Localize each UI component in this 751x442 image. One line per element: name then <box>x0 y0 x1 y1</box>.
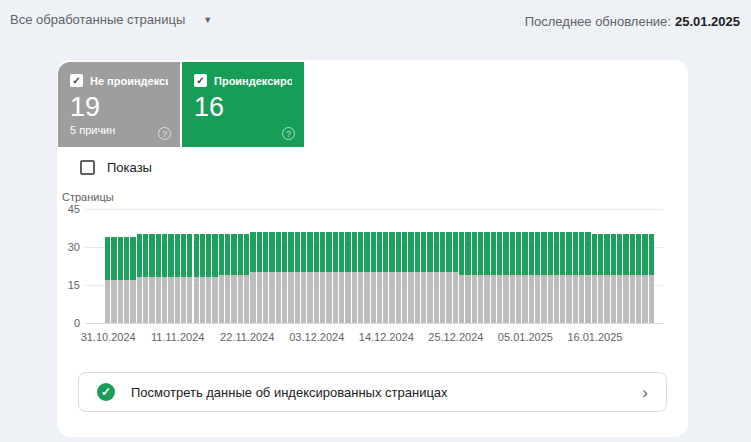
tile-indexed[interactable]: ✓ Проиндексирова... 16 ? <box>182 62 304 147</box>
stacked-bar[interactable] <box>105 237 110 323</box>
stacked-bar[interactable] <box>320 232 325 323</box>
stacked-bar[interactable] <box>307 232 312 323</box>
checkbox-unchecked-icon[interactable] <box>80 160 95 175</box>
stacked-bar[interactable] <box>301 232 306 323</box>
stacked-bar[interactable] <box>510 232 515 323</box>
stacked-bar[interactable] <box>522 232 527 323</box>
stacked-bar[interactable] <box>156 234 161 323</box>
stacked-bar[interactable] <box>573 232 578 323</box>
stacked-bar[interactable] <box>396 232 401 323</box>
stacked-bar[interactable] <box>377 232 382 323</box>
stacked-bar[interactable] <box>383 232 388 323</box>
stacked-bar[interactable] <box>257 232 262 323</box>
stacked-bar[interactable] <box>421 232 426 323</box>
help-icon[interactable]: ? <box>158 127 171 140</box>
stacked-bar[interactable] <box>427 232 432 323</box>
stacked-bar[interactable] <box>459 232 464 323</box>
stacked-bar[interactable] <box>604 234 609 323</box>
stacked-bar[interactable] <box>579 232 584 323</box>
stacked-bar[interactable] <box>503 232 508 323</box>
stacked-bar[interactable] <box>535 232 540 323</box>
stacked-bar[interactable] <box>649 234 654 323</box>
stacked-bar[interactable] <box>465 232 470 323</box>
stacked-bar[interactable] <box>389 232 394 323</box>
stacked-bar[interactable] <box>623 234 628 323</box>
bar-not-indexed-segment <box>510 275 515 323</box>
stacked-bar[interactable] <box>636 234 641 323</box>
stacked-bar[interactable] <box>314 232 319 323</box>
stacked-bar[interactable] <box>358 232 363 323</box>
stacked-bar[interactable] <box>333 232 338 323</box>
checkbox-checked-icon[interactable]: ✓ <box>70 74 83 87</box>
stacked-bar[interactable] <box>282 232 287 323</box>
stacked-bar[interactable] <box>225 234 230 323</box>
stacked-bar[interactable] <box>453 232 458 323</box>
stacked-bar[interactable] <box>276 232 281 323</box>
stacked-bar[interactable] <box>371 232 376 323</box>
stacked-bar[interactable] <box>269 232 274 323</box>
stacked-bar[interactable] <box>484 232 489 323</box>
stacked-bar[interactable] <box>560 232 565 323</box>
stacked-bar[interactable] <box>326 232 331 323</box>
stacked-bar[interactable] <box>352 232 357 323</box>
stacked-bar[interactable] <box>219 234 224 323</box>
stacked-bar[interactable] <box>446 232 451 323</box>
stacked-bar[interactable] <box>212 234 217 323</box>
stacked-bar[interactable] <box>497 232 502 323</box>
stacked-bar[interactable] <box>364 232 369 323</box>
stacked-bar[interactable] <box>598 234 603 323</box>
stacked-bar[interactable] <box>408 232 413 323</box>
stacked-bar[interactable] <box>548 232 553 323</box>
help-icon[interactable]: ? <box>282 127 295 140</box>
stacked-bar[interactable] <box>231 234 236 323</box>
stacked-bar[interactable] <box>194 234 199 323</box>
stacked-bar[interactable] <box>187 234 192 323</box>
checkbox-checked-icon[interactable]: ✓ <box>194 74 207 87</box>
view-indexed-pages-link[interactable]: ✓ Посмотреть данные об индексированных с… <box>78 372 667 412</box>
stacked-bar[interactable] <box>111 237 116 323</box>
stacked-bar[interactable] <box>472 232 477 323</box>
stacked-bar[interactable] <box>611 234 616 323</box>
stacked-bar[interactable] <box>149 234 154 323</box>
stacked-bar[interactable] <box>143 234 148 323</box>
stacked-bar[interactable] <box>541 232 546 323</box>
stacked-bar[interactable] <box>440 232 445 323</box>
bar-not-indexed-segment <box>383 272 388 323</box>
impressions-toggle[interactable]: Показы <box>80 160 152 175</box>
stacked-bar[interactable] <box>554 232 559 323</box>
stacked-bar[interactable] <box>118 237 123 323</box>
stacked-bar[interactable] <box>295 232 300 323</box>
stacked-bar[interactable] <box>617 234 622 323</box>
stacked-bar[interactable] <box>263 232 268 323</box>
pages-filter-dropdown[interactable]: Все обработанные страницы ▼ <box>10 12 212 27</box>
tile-not-indexed[interactable]: ✓ Не проиндексир... 19 5 причин ? <box>58 62 180 147</box>
stacked-bar[interactable] <box>566 232 571 323</box>
stacked-bar[interactable] <box>434 232 439 323</box>
stacked-bar[interactable] <box>585 232 590 323</box>
stacked-bar[interactable] <box>124 237 129 323</box>
stacked-bar[interactable] <box>491 232 496 323</box>
stacked-bar[interactable] <box>402 232 407 323</box>
stacked-bar[interactable] <box>181 234 186 323</box>
stacked-bar[interactable] <box>162 234 167 323</box>
chart-plot-area[interactable] <box>105 209 655 323</box>
stacked-bar[interactable] <box>345 232 350 323</box>
stacked-bar[interactable] <box>130 237 135 323</box>
stacked-bar[interactable] <box>168 234 173 323</box>
stacked-bar[interactable] <box>592 234 597 323</box>
stacked-bar[interactable] <box>516 232 521 323</box>
stacked-bar[interactable] <box>238 234 243 323</box>
stacked-bar[interactable] <box>339 232 344 323</box>
stacked-bar[interactable] <box>200 234 205 323</box>
stacked-bar[interactable] <box>529 232 534 323</box>
stacked-bar[interactable] <box>137 234 142 323</box>
stacked-bar[interactable] <box>206 234 211 323</box>
stacked-bar[interactable] <box>244 234 249 323</box>
stacked-bar[interactable] <box>415 232 420 323</box>
stacked-bar[interactable] <box>288 232 293 323</box>
stacked-bar[interactable] <box>642 234 647 323</box>
stacked-bar[interactable] <box>250 232 255 323</box>
stacked-bar[interactable] <box>478 232 483 323</box>
stacked-bar[interactable] <box>175 234 180 323</box>
stacked-bar[interactable] <box>630 234 635 323</box>
